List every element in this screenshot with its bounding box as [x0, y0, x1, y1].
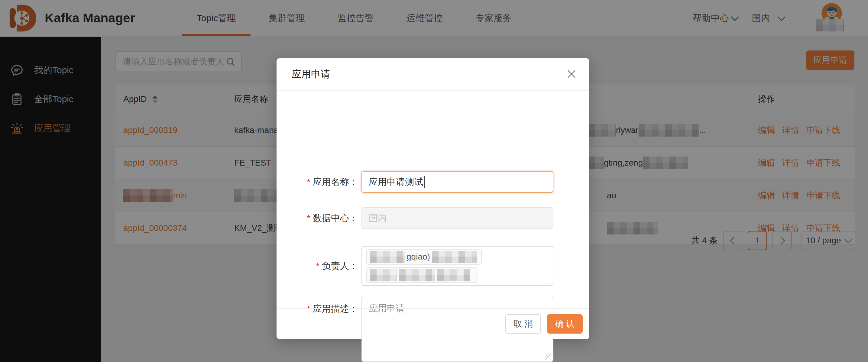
text-cursor [424, 176, 425, 188]
data-center-label: *数据中心： [280, 207, 358, 229]
modal-header: 应用申请 [277, 58, 589, 91]
modal-title: 应用申请 [292, 58, 330, 90]
data-center-input: 国内 [362, 207, 553, 229]
app-apply-modal: 应用申请 *应用名称： 应用申请测试 *数据中心： 国内 *负责人： gqiao… [277, 58, 589, 339]
required-asterisk: * [307, 213, 310, 223]
required-asterisk: * [307, 177, 310, 187]
form-row-description: *应用描述： 应用申请 [277, 239, 589, 304]
app-name-label: *应用名称： [280, 171, 358, 193]
modal-footer: 取 消 确 认 [277, 308, 589, 339]
close-icon[interactable] [567, 69, 576, 78]
confirm-button[interactable]: 确 认 [547, 314, 583, 334]
cancel-button[interactable]: 取 消 [505, 314, 541, 334]
form-row-data-center: *数据中心： 国内 [277, 207, 589, 229]
app-name-input[interactable]: 应用申请测试 [362, 171, 553, 193]
resize-handle-icon[interactable] [545, 354, 551, 360]
form-row-app-name: *应用名称： 应用申请测试 [277, 171, 589, 193]
